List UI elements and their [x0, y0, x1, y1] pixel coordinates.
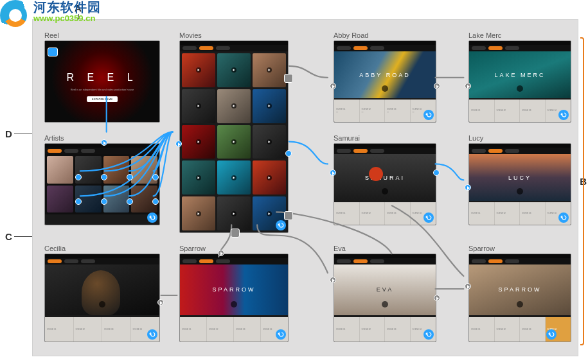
- movie-card[interactable]: [182, 196, 215, 230]
- hero-image: CECILIA: [45, 264, 159, 315]
- wire-entry-icon[interactable]: [330, 277, 336, 283]
- movie-card[interactable]: [182, 53, 215, 87]
- movie-card[interactable]: [253, 125, 286, 159]
- wire-hotspot-icon[interactable]: [101, 198, 107, 205]
- hero-image: ABBY ROAD: [334, 51, 436, 98]
- movie-card[interactable]: [253, 160, 286, 195]
- play-icon[interactable]: [382, 301, 388, 308]
- play-icon[interactable]: [517, 188, 523, 195]
- wire-hotspot-icon[interactable]: [75, 198, 82, 205]
- meta-footer: SCENE 01 SCENE 02 SCENE 03 SCENE 04: [180, 317, 288, 342]
- back-button-icon[interactable]: [546, 329, 557, 340]
- artist-card[interactable]: [103, 156, 130, 184]
- watermark-site-name: 河东软件园: [33, 0, 101, 14]
- artboard-lake-merc[interactable]: Lake Merc LAKE MERC SCENE 01 SCENE 02 SC…: [468, 31, 571, 123]
- back-button-icon[interactable]: [147, 212, 157, 223]
- hero-image: SAMURAI: [334, 154, 436, 201]
- back-button-icon[interactable]: [558, 110, 569, 120]
- artboard-sparrow-1[interactable]: Sparrow SPARROW SCENE 01 SCENE 02 SCENE …: [179, 245, 289, 342]
- artboard-eva[interactable]: Eva EVA SCENE 01 SCENE 02 SCENE 03 SCENE…: [334, 245, 436, 342]
- bracket-b: [580, 37, 584, 345]
- play-icon[interactable]: [231, 301, 237, 308]
- artboard-label: Sparrow: [468, 245, 571, 252]
- hero-image: SPARROW: [180, 264, 288, 315]
- back-button-icon[interactable]: [423, 329, 434, 340]
- back-button-icon[interactable]: [423, 110, 434, 120]
- back-button-icon[interactable]: [558, 212, 569, 223]
- artboard-label: Sparrow: [179, 245, 289, 252]
- wire-entry-icon[interactable]: [465, 184, 471, 191]
- wire-entry-icon[interactable]: [330, 83, 336, 89]
- wire-hotspot-icon[interactable]: [127, 198, 133, 205]
- wire-exit-icon[interactable]: [231, 229, 240, 238]
- hero-image: LAKE MERC: [469, 51, 571, 98]
- movie-card[interactable]: [217, 196, 251, 230]
- play-icon[interactable]: [99, 301, 105, 308]
- artist-card[interactable]: [103, 186, 130, 213]
- movie-card[interactable]: [253, 89, 286, 123]
- wire-exit-icon[interactable]: [285, 150, 292, 157]
- reel-cta-button[interactable]: EXPLORE FILMS: [87, 96, 118, 102]
- play-icon[interactable]: [517, 85, 523, 92]
- wire-exit-icon[interactable]: [434, 295, 440, 301]
- artboard-abby-road[interactable]: Abby Road ABBY ROAD SCENE 01— SCENE 02— …: [334, 31, 436, 123]
- play-icon[interactable]: [517, 301, 523, 308]
- prototype-canvas[interactable]: Reel R E E L Reel is an independent film…: [32, 19, 578, 356]
- back-button-icon[interactable]: [276, 329, 286, 340]
- wire-exit-icon[interactable]: [434, 83, 440, 89]
- wire-hotspot-icon[interactable]: [101, 174, 107, 180]
- wire-entry-icon[interactable]: [465, 83, 471, 89]
- movie-card[interactable]: [253, 53, 286, 87]
- wire-hotspot-icon[interactable]: [152, 174, 159, 180]
- back-button-icon[interactable]: [147, 329, 157, 340]
- artboard-label: Abby Road: [334, 31, 436, 39]
- wire-exit-icon[interactable]: [284, 211, 293, 220]
- movie-card[interactable]: [182, 89, 215, 123]
- wire-exit-icon[interactable]: [284, 74, 293, 83]
- artist-card[interactable]: [47, 186, 73, 213]
- hero-image: LUCY: [469, 154, 571, 201]
- artboard-label: Reel: [44, 31, 160, 39]
- hero-image: SPARROW: [469, 264, 571, 315]
- wire-exit-icon[interactable]: [433, 169, 440, 176]
- back-button-icon[interactable]: [423, 212, 434, 223]
- meta-footer: SCENE 01 SCENE 02 SCENE 03 SCENE 04: [469, 100, 571, 122]
- callout-c: C: [5, 231, 12, 242]
- wire-hotspot-icon[interactable]: [75, 174, 82, 180]
- wire-entry-icon[interactable]: [175, 141, 182, 147]
- hero-title: SPARROW: [213, 286, 256, 293]
- artboard-artists[interactable]: Artists: [44, 134, 160, 225]
- artist-card[interactable]: [47, 156, 73, 184]
- wire-hotspot-icon[interactable]: [152, 198, 159, 205]
- play-icon[interactable]: [382, 85, 388, 92]
- artboard-cecilia[interactable]: Cecilia CECILIA SCENE 01 SCENE 02 SCENE …: [44, 245, 160, 342]
- movie-card[interactable]: [182, 125, 215, 159]
- wire-exit-icon[interactable]: [157, 299, 164, 306]
- artboard-samurai[interactable]: Samurai SAMURAI SCENE 01 SCENE 02 SCENE …: [334, 134, 436, 225]
- wire-entry-icon[interactable]: [101, 139, 107, 146]
- artboard-reel[interactable]: Reel R E E L Reel is an independent film…: [44, 31, 160, 123]
- wire-entry-icon[interactable]: [330, 169, 336, 176]
- movie-card[interactable]: [182, 160, 215, 195]
- artboard-label: Movies: [179, 31, 289, 39]
- hero-title: SPARROW: [499, 286, 542, 293]
- movie-card[interactable]: [217, 160, 251, 195]
- wire-entry-icon[interactable]: [218, 250, 224, 256]
- artists-grid[interactable]: [45, 154, 159, 214]
- artboard-sparrow-2[interactable]: Sparrow SPARROW SCENE 01 SCENE 02 SCENE …: [468, 245, 571, 342]
- artboard-movies[interactable]: Movies: [179, 31, 289, 233]
- movie-card[interactable]: [217, 125, 251, 159]
- wire-entry-icon[interactable]: [465, 283, 471, 290]
- artboard-label: Samurai: [334, 134, 436, 142]
- artboard-lucy[interactable]: Lucy LUCY SCENE 01 SCENE 02 SCENE 03 SCE…: [468, 134, 571, 225]
- back-button-icon[interactable]: [276, 220, 286, 230]
- play-icon[interactable]: [382, 188, 388, 195]
- wire-hotspot-icon[interactable]: [127, 174, 133, 180]
- movie-card[interactable]: [217, 53, 251, 87]
- reel-subtitle: Reel is an independent film and video pr…: [45, 88, 159, 91]
- movie-card[interactable]: [217, 89, 251, 123]
- artboard-label: Eva: [334, 245, 436, 252]
- movies-grid[interactable]: [180, 51, 288, 232]
- home-indicator-icon[interactable]: [48, 48, 58, 56]
- reel-title: R E E L: [45, 72, 159, 83]
